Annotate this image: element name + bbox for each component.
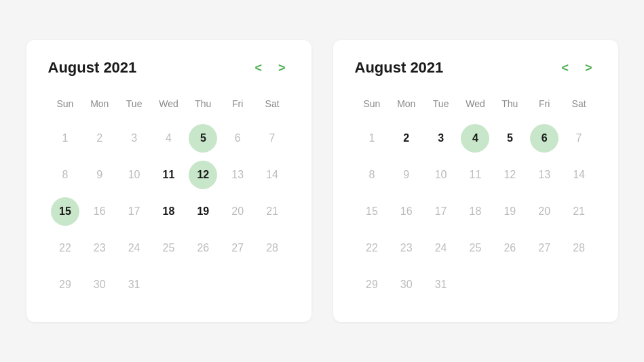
- day-7[interactable]: 7: [565, 124, 593, 153]
- day-cell[interactable]: 11: [458, 157, 493, 193]
- day-22[interactable]: 22: [358, 234, 386, 262]
- day-cell[interactable]: 12: [186, 157, 221, 193]
- day-11[interactable]: 11: [154, 161, 183, 189]
- day-3[interactable]: 3: [427, 124, 455, 153]
- day-30[interactable]: 30: [392, 270, 421, 299]
- day-10[interactable]: 10: [427, 161, 455, 189]
- day-17[interactable]: 17: [427, 197, 455, 226]
- day-14[interactable]: 14: [258, 161, 286, 189]
- day-cell[interactable]: 9: [389, 157, 423, 193]
- day-cell[interactable]: 31: [117, 266, 151, 303]
- day-cell[interactable]: 6: [527, 120, 562, 157]
- day-cell[interactable]: 15: [48, 193, 83, 230]
- day-cell[interactable]: 3: [117, 120, 151, 157]
- day-cell[interactable]: 19: [186, 193, 221, 230]
- day-15[interactable]: 15: [51, 197, 79, 226]
- day-27[interactable]: 27: [223, 234, 252, 262]
- day-26[interactable]: 26: [495, 234, 524, 262]
- day-cell[interactable]: 3: [423, 120, 458, 157]
- day-cell[interactable]: 4: [151, 120, 186, 157]
- day-cell[interactable]: 28: [562, 230, 596, 266]
- day-cell[interactable]: 20: [527, 193, 562, 230]
- day-29[interactable]: 29: [51, 270, 79, 299]
- day-cell[interactable]: 2: [389, 120, 423, 157]
- day-15[interactable]: 15: [358, 197, 386, 226]
- day-9[interactable]: 9: [392, 161, 421, 189]
- day-cell[interactable]: 8: [355, 157, 390, 193]
- day-cell[interactable]: 22: [355, 230, 390, 266]
- day-cell[interactable]: 25: [151, 230, 186, 266]
- day-cell[interactable]: 29: [48, 266, 83, 303]
- day-3[interactable]: 3: [120, 124, 149, 153]
- day-16[interactable]: 16: [392, 197, 421, 226]
- day-cell[interactable]: 1: [355, 120, 390, 157]
- day-cell[interactable]: 27: [527, 230, 562, 266]
- day-cell[interactable]: 22: [48, 230, 83, 266]
- day-12[interactable]: 12: [189, 161, 217, 189]
- day-21[interactable]: 21: [258, 197, 286, 226]
- day-8[interactable]: 8: [358, 161, 386, 189]
- next-month-button[interactable]: >: [274, 60, 290, 77]
- day-25[interactable]: 25: [461, 234, 489, 262]
- day-cell[interactable]: 21: [255, 193, 290, 230]
- day-cell[interactable]: 27: [221, 230, 255, 266]
- day-24[interactable]: 24: [120, 234, 149, 262]
- day-cell[interactable]: 13: [221, 157, 255, 193]
- day-17[interactable]: 17: [120, 197, 149, 226]
- day-cell[interactable]: 23: [82, 230, 117, 266]
- prev-month-button[interactable]: <: [557, 60, 573, 77]
- day-23[interactable]: 23: [86, 234, 114, 262]
- day-cell[interactable]: 24: [423, 230, 458, 266]
- day-18[interactable]: 18: [154, 197, 183, 226]
- day-5[interactable]: 5: [495, 124, 524, 153]
- day-cell[interactable]: 20: [221, 193, 255, 230]
- day-cell[interactable]: 14: [255, 157, 290, 193]
- day-20[interactable]: 20: [223, 197, 252, 226]
- day-5[interactable]: 5: [189, 124, 217, 153]
- day-28[interactable]: 28: [258, 234, 286, 262]
- day-2[interactable]: 2: [392, 124, 421, 153]
- day-22[interactable]: 22: [51, 234, 79, 262]
- day-cell[interactable]: 19: [493, 193, 527, 230]
- day-cell[interactable]: 30: [82, 266, 117, 303]
- day-cell[interactable]: 7: [562, 120, 596, 157]
- day-7[interactable]: 7: [258, 124, 286, 153]
- day-cell[interactable]: 4: [458, 120, 493, 157]
- day-26[interactable]: 26: [189, 234, 217, 262]
- day-30[interactable]: 30: [86, 270, 114, 299]
- day-cell[interactable]: 2: [82, 120, 117, 157]
- day-13[interactable]: 13: [530, 161, 558, 189]
- day-cell[interactable]: 16: [82, 193, 117, 230]
- day-cell[interactable]: 26: [493, 230, 527, 266]
- day-cell[interactable]: 30: [389, 266, 423, 303]
- day-12[interactable]: 12: [495, 161, 524, 189]
- day-cell[interactable]: 16: [389, 193, 423, 230]
- day-2[interactable]: 2: [86, 124, 114, 153]
- day-cell[interactable]: 7: [255, 120, 290, 157]
- day-cell[interactable]: 9: [82, 157, 117, 193]
- day-cell[interactable]: 5: [493, 120, 527, 157]
- day-13[interactable]: 13: [223, 161, 252, 189]
- day-4[interactable]: 4: [154, 124, 183, 153]
- day-25[interactable]: 25: [154, 234, 183, 262]
- day-28[interactable]: 28: [565, 234, 593, 262]
- day-cell[interactable]: 29: [355, 266, 390, 303]
- day-cell[interactable]: 10: [423, 157, 458, 193]
- day-cell[interactable]: 18: [151, 193, 186, 230]
- day-cell[interactable]: 5: [186, 120, 221, 157]
- day-31[interactable]: 31: [120, 270, 149, 299]
- day-cell[interactable]: 13: [527, 157, 562, 193]
- day-27[interactable]: 27: [530, 234, 558, 262]
- day-6[interactable]: 6: [223, 124, 252, 153]
- day-19[interactable]: 19: [189, 197, 217, 226]
- day-24[interactable]: 24: [427, 234, 455, 262]
- day-cell[interactable]: 12: [493, 157, 527, 193]
- day-23[interactable]: 23: [392, 234, 421, 262]
- day-cell[interactable]: 21: [562, 193, 596, 230]
- day-4[interactable]: 4: [461, 124, 489, 153]
- next-month-button[interactable]: >: [581, 60, 596, 77]
- day-8[interactable]: 8: [51, 161, 79, 189]
- prev-month-button[interactable]: <: [250, 60, 266, 77]
- day-16[interactable]: 16: [86, 197, 114, 226]
- day-cell[interactable]: 26: [186, 230, 221, 266]
